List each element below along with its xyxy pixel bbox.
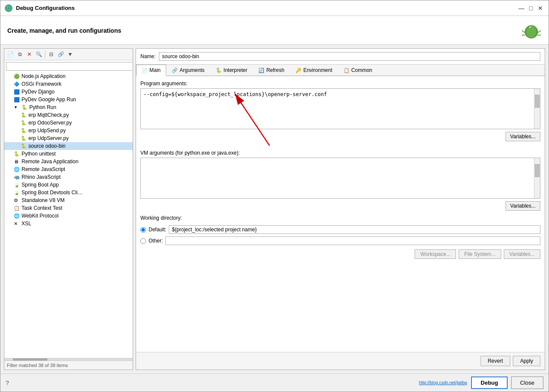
- list-item[interactable]: 🟢 Node.js Application: [4, 72, 133, 80]
- svg-line-5: [537, 31, 541, 33]
- program-args-variables-button[interactable]: Variables...: [506, 132, 540, 141]
- default-radio-label: Default:: [149, 227, 166, 233]
- panel-body: Program arguments: --config=${workspace_…: [136, 76, 545, 352]
- list-item[interactable]: 🐍 erp MqttCheck.py: [4, 111, 133, 119]
- other-path-input[interactable]: [165, 236, 540, 245]
- tab-environment[interactable]: 🔑 Environment: [290, 65, 338, 75]
- common-tab-icon: 📋: [344, 68, 350, 73]
- item-label: Python unittest: [22, 151, 56, 157]
- list-item[interactable]: 🐍 erp OdooServer.py: [4, 119, 133, 127]
- main-tab-icon: 📄: [142, 68, 148, 73]
- tab-interpreter[interactable]: 🐍 Interpreter: [210, 65, 253, 75]
- tab-common[interactable]: 📋 Common: [338, 65, 378, 75]
- delete-button[interactable]: ✕: [25, 50, 34, 59]
- item-label: Remote JavaScript: [22, 166, 65, 172]
- pydev-google-icon: 🟦: [14, 97, 20, 103]
- close-dialog-button[interactable]: Close: [511, 376, 543, 389]
- list-item[interactable]: 🐍 erp UdpServer.py: [4, 134, 133, 142]
- new-config-button[interactable]: 📄: [6, 50, 15, 59]
- program-args-scrollbar[interactable]: [534, 89, 540, 129]
- list-item[interactable]: ⚙ Standalone V8 VM: [4, 196, 133, 204]
- item-label: PyDev Django: [22, 89, 55, 95]
- name-input[interactable]: [159, 52, 540, 61]
- tab-arguments[interactable]: 🔗 Arguments: [166, 65, 210, 75]
- vm-args-scrollbar[interactable]: [534, 158, 540, 198]
- program-args-wrapper: --config=${workspace_project_locations}\…: [140, 88, 540, 129]
- file-system-button[interactable]: File System...: [459, 249, 501, 259]
- python-unittest-icon: 🐍: [14, 151, 20, 157]
- program-args-input[interactable]: --config=${workspace_project_locations}\…: [141, 89, 534, 128]
- dir-variables-button[interactable]: Variables...: [504, 249, 540, 259]
- footer-right: Debug Close: [471, 376, 543, 389]
- default-radio-row: Default:: [140, 225, 540, 234]
- item-label: erp UdpServer.py: [28, 135, 68, 141]
- maximize-button[interactable]: □: [527, 4, 535, 12]
- collapse-button[interactable]: ⊟: [47, 50, 56, 59]
- item-label: Python Run: [29, 104, 56, 110]
- tab-main[interactable]: 📄 Main: [136, 65, 166, 76]
- list-item[interactable]: ▼ 🐍 Python Run: [4, 103, 133, 111]
- app-icon: 🐛: [5, 4, 12, 12]
- task-context-item[interactable]: 📋 Task Context Test: [4, 204, 133, 212]
- python-icon: 🐍: [21, 128, 27, 134]
- vm-args-section: VM arguments (for python.exe or java.exe…: [140, 150, 540, 211]
- list-item[interactable]: ✕ XSL: [4, 220, 133, 227]
- other-radio[interactable]: [140, 238, 146, 244]
- list-item[interactable]: 🖥 Remote Java Application: [4, 158, 133, 165]
- filter-button[interactable]: 🔍: [34, 50, 43, 59]
- remote-java-icon: 🖥: [14, 159, 20, 164]
- tab-refresh[interactable]: 🔄 Refresh: [253, 65, 290, 75]
- expand-icon: ▼: [14, 105, 20, 109]
- list-item[interactable]: 🌐 WebKit Protocol: [4, 212, 133, 220]
- help-icon[interactable]: ?: [6, 380, 9, 386]
- xsl-icon: ✕: [14, 221, 20, 227]
- list-item[interactable]: 🐍 Python unittest: [4, 150, 133, 158]
- name-row: Name:: [136, 49, 545, 65]
- list-item[interactable]: 🍃 Spring Boot App: [4, 181, 133, 189]
- other-radio-label: Other:: [149, 238, 163, 244]
- item-label: Node.js Application: [22, 73, 65, 79]
- item-label: XSL: [22, 221, 31, 227]
- pydev-django-icon: 🟦: [14, 89, 20, 95]
- apply-button[interactable]: Apply: [513, 356, 540, 366]
- list-item[interactable]: 🌐 Remote JavaScript: [4, 165, 133, 173]
- list-item[interactable]: 🟦 PyDev Google App Run: [4, 96, 133, 103]
- link-button[interactable]: 🔗: [56, 50, 65, 59]
- footer: ? http://blog.csdn.net/jiatba Debug Clos…: [0, 373, 549, 392]
- list-item[interactable]: 🔷 OSGi Framework: [4, 80, 133, 88]
- spring-devtools-icon: 🍃: [14, 190, 20, 196]
- revert-button[interactable]: Revert: [481, 356, 510, 366]
- spring-boot-icon: 🍃: [14, 182, 20, 188]
- default-path-input[interactable]: [169, 225, 540, 234]
- list-item[interactable]: 🍃 Spring Boot Devtools Cli…: [4, 189, 133, 196]
- list-item[interactable]: 🟦 PyDev Django: [4, 88, 133, 96]
- dropdown-button[interactable]: ▼: [66, 50, 74, 59]
- bottom-buttons: Revert Apply: [136, 352, 545, 370]
- vm-args-label: VM arguments (for python.exe or java.exe…: [140, 150, 540, 156]
- svg-line-3: [522, 31, 525, 33]
- svg-point-8: [528, 25, 534, 31]
- dir-buttons: Workspace... File System... Variables...: [140, 249, 540, 259]
- workspace-button[interactable]: Workspace...: [415, 249, 456, 259]
- default-radio[interactable]: [140, 227, 146, 233]
- debug-button[interactable]: Debug: [471, 376, 507, 389]
- duplicate-button[interactable]: ⧉: [16, 50, 24, 59]
- rhino-icon: 🦏: [14, 174, 20, 180]
- vm-args-input[interactable]: [141, 158, 534, 197]
- vm-args-variables-button[interactable]: Variables...: [506, 201, 540, 211]
- minimize-button[interactable]: —: [518, 4, 525, 12]
- working-dir-section: Working directory: Default: Other:: [140, 215, 540, 259]
- tree-container: 🟢 Node.js Application 🔷 OSGi Framework 🟦…: [4, 72, 133, 358]
- interpreter-tab-icon: 🐍: [216, 68, 222, 73]
- search-input[interactable]: [6, 62, 133, 71]
- tabs-row: 📄 Main 🔗 Arguments 🐍 Interpreter 🔄 Refre…: [136, 65, 545, 76]
- list-item[interactable]: 🦏 Rhino JavaScript: [4, 173, 133, 181]
- selected-config-item[interactable]: 🐍 source odoo-bin: [4, 142, 133, 150]
- close-button[interactable]: ✕: [537, 4, 544, 12]
- list-item[interactable]: 🐍 erp UdpSend.py: [4, 127, 133, 134]
- webkit-icon: 🌐: [14, 213, 20, 219]
- v8-icon: ⚙: [14, 198, 20, 203]
- panel-body-wrapper: Program arguments: --config=${workspace_…: [136, 76, 545, 370]
- item-label: Spring Boot App: [22, 182, 59, 188]
- python-run-icon: 🐍: [22, 105, 28, 110]
